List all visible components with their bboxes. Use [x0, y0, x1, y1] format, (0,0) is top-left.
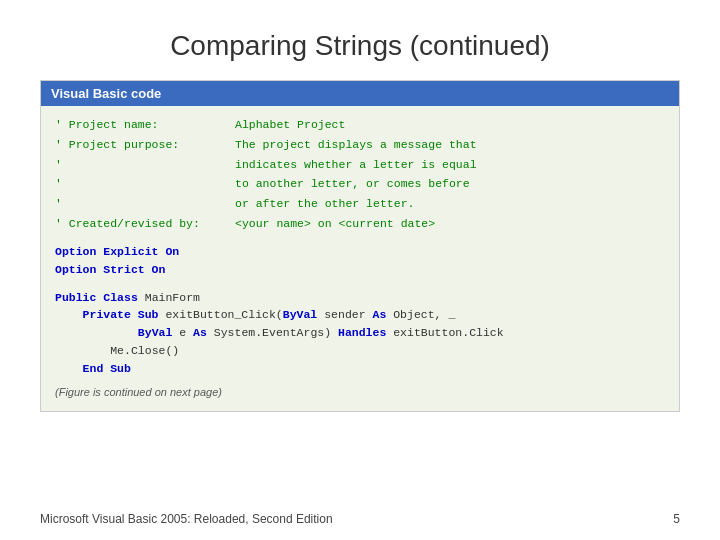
- keyword-endsub: End Sub: [83, 362, 131, 375]
- keyword-option2: Option Strict On: [55, 263, 165, 276]
- slide-page: Comparing Strings (continued) Visual Bas…: [0, 0, 720, 540]
- code-section: Option Explicit On Option Strict On Publ…: [55, 243, 665, 378]
- comment-row-1: ' Project name: Alphabet Project: [55, 116, 665, 134]
- me-close: Me.Close(): [110, 344, 179, 357]
- comment-label-5: ': [55, 195, 235, 213]
- code-header: Visual Basic code: [41, 81, 679, 106]
- code-body: ' Project name: Alphabet Project ' Proje…: [41, 106, 679, 411]
- param-e: e: [172, 326, 193, 339]
- slide-title: Comparing Strings (continued): [40, 30, 680, 62]
- keyword-as2: As: [193, 326, 207, 339]
- comment-row-2: ' Project purpose: The project displays …: [55, 136, 665, 154]
- keyword-public: Public Class: [55, 291, 138, 304]
- comment-label-2: ' Project purpose:: [55, 136, 235, 154]
- sub-name: exitButton_Click(: [159, 308, 283, 321]
- blank-line: [55, 279, 665, 289]
- type-eventargs: System.EventArgs): [207, 326, 338, 339]
- code-box: Visual Basic code ' Project name: Alphab…: [40, 80, 680, 412]
- keyword-byval1: ByVal: [283, 308, 318, 321]
- comment-row-6: ' Created/revised by: <your name> on <cu…: [55, 215, 665, 233]
- code-line-option2: Option Strict On: [55, 261, 665, 279]
- comment-label-6: ' Created/revised by:: [55, 215, 235, 233]
- comment-label-3: ': [55, 156, 235, 174]
- comment-value-2: The project displays a message that: [235, 136, 665, 154]
- comment-row-3: ' indicates whether a letter is equal: [55, 156, 665, 174]
- code-line-close: Me.Close(): [55, 342, 665, 360]
- comment-value-4: to another letter, or comes before: [235, 175, 665, 193]
- comment-label-1: ' Project name:: [55, 116, 235, 134]
- keyword-option1: Option Explicit On: [55, 245, 179, 258]
- comment-value-6: <your name> on <current date>: [235, 215, 665, 233]
- footer: Microsoft Visual Basic 2005: Reloaded, S…: [40, 512, 680, 526]
- comment-row-5: ' or after the other letter.: [55, 195, 665, 213]
- comment-row-4: ' to another letter, or comes before: [55, 175, 665, 193]
- footer-right: 5: [673, 512, 680, 526]
- code-line-sub-cont: ByVal e As System.EventArgs) Handles exi…: [55, 324, 665, 342]
- type-object: Object, _: [386, 308, 455, 321]
- keyword-as1: As: [373, 308, 387, 321]
- footer-left: Microsoft Visual Basic 2005: Reloaded, S…: [40, 512, 333, 526]
- code-line-sub: Private Sub exitButton_Click(ByVal sende…: [55, 306, 665, 324]
- class-name: MainForm: [138, 291, 200, 304]
- keyword-handles: Handles: [338, 326, 386, 339]
- continued-note: (Figure is continued on next page): [55, 384, 665, 401]
- keyword-byval2: ByVal: [138, 326, 173, 339]
- comment-value-1: Alphabet Project: [235, 116, 665, 134]
- comment-label-4: ': [55, 175, 235, 193]
- comment-value-3: indicates whether a letter is equal: [235, 156, 665, 174]
- handles-value: exitButton.Click: [386, 326, 503, 339]
- code-line-class: Public Class MainForm: [55, 289, 665, 307]
- param-sender: sender: [317, 308, 372, 321]
- code-line-option1: Option Explicit On: [55, 243, 665, 261]
- keyword-private: Private Sub: [83, 308, 159, 321]
- code-line-endsub: End Sub: [55, 360, 665, 378]
- comment-value-5: or after the other letter.: [235, 195, 665, 213]
- comment-block: ' Project name: Alphabet Project ' Proje…: [55, 116, 665, 233]
